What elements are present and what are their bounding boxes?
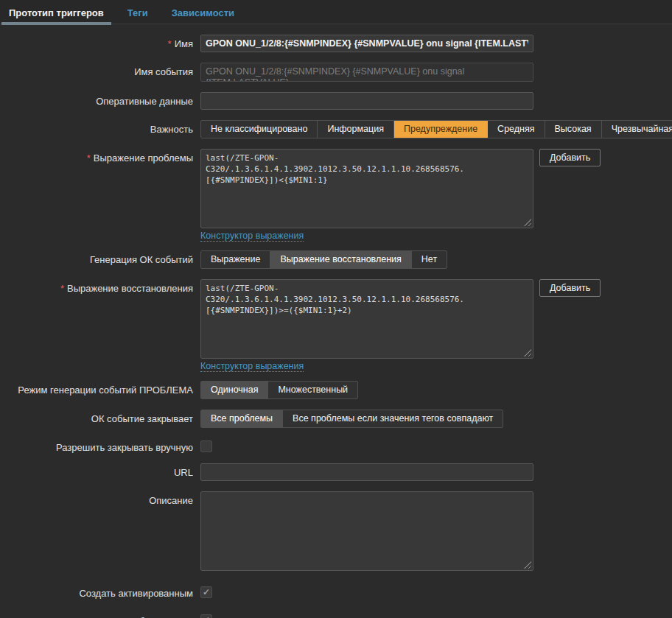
event-name-textarea: GPON ONU_1/2/8:{#SNMPINDEX} {#SNMPVALUE}… [200,63,533,82]
row-description: Описание [0,491,672,571]
severity-disaster[interactable]: Чрезвычайная [602,121,672,138]
description-textarea[interactable] [200,491,533,571]
row-allow-manual-close: Разрешить закрывать вручную [0,438,672,453]
tab-bar: Прототип триггеров Теги Зависимости [0,0,672,24]
closes-all-problems[interactable]: Все проблемы [201,410,283,427]
row-recovery-expression: *Выражение восстановления last(/ZTE-GPON… [0,279,672,372]
tab-tags-label: Теги [127,7,148,18]
ok-event-generation-label: Генерация ОК событий [0,250,200,265]
trigger-prototype-form: *Имя Имя события GPON ONU_1/2/8:{#SNMPIN… [0,24,672,618]
row-create-enabled: Создать активированным ✓ [0,584,672,599]
create-enabled-checkbox[interactable]: ✓ [200,586,212,598]
row-opdata: Оперативные данные [0,92,672,110]
row-problem-event-mode: Режим генерации событий ПРОБЛЕМА Одиночн… [0,381,672,399]
tab-trigger-prototype-label: Прототип триггеров [9,7,104,18]
problem-expression-textarea[interactable]: last(/ZTE-GPON-C320/.1.3.6.1.4.1.3902.10… [200,149,533,228]
ok-event-closes-group: Все проблемы Все проблемы если значения … [200,410,503,428]
closes-all-problems-if-tags-match[interactable]: Все проблемы если значения тегов совпада… [283,410,503,427]
opdata-label: Оперативные данные [0,92,200,107]
recovery-expression-textarea[interactable]: last(/ZTE-GPON-C320/.1.3.6.1.4.1.3902.10… [200,279,533,359]
problem-expression-label: *Выражение проблемы [0,149,200,164]
row-url: URL [0,463,672,481]
ok-gen-none[interactable]: Нет [412,251,447,268]
required-asterisk: * [168,38,172,49]
row-problem-expression: *Выражение проблемы last(/ZTE-GPON-C320/… [0,149,672,242]
severity-information[interactable]: Информация [318,121,394,138]
recovery-expression-label: *Выражение восстановления [0,279,200,294]
severity-high[interactable]: Высокая [545,121,602,138]
opdata-input[interactable] [200,92,533,110]
row-ok-event-closes: ОК событие закрывает Все проблемы Все пр… [0,410,672,428]
ok-gen-recovery-expression[interactable]: Выражение восстановления [270,251,411,268]
allow-manual-close-checkbox[interactable] [200,440,212,452]
event-mode-multiple[interactable]: Множественный [268,382,357,398]
checkmark-icon: ✓ [203,588,210,597]
discover-checkbox[interactable]: ✓ [200,614,212,618]
severity-group: Не классифицировано Информация Предупреж… [200,120,672,138]
row-discover: Обнаружение ✓ [0,612,672,618]
required-asterisk: * [60,283,64,294]
required-asterisk: * [87,152,91,164]
event-mode-single[interactable]: Одиночная [201,382,268,398]
name-label: *Имя [0,35,200,49]
problem-event-mode-group: Одиночная Множественный [200,381,358,399]
expression-constructor-link[interactable]: Конструктор выражения [200,231,304,242]
row-severity: Важность Не классифицировано Информация … [0,120,672,138]
allow-manual-close-label: Разрешить закрывать вручную [0,438,200,453]
recovery-constructor-link[interactable]: Конструктор выражения [200,361,304,372]
name-input[interactable] [200,35,533,52]
url-label: URL [0,463,200,478]
tab-tags[interactable]: Теги [120,1,155,24]
event-name-label: Имя события [0,63,200,77]
row-event-name: Имя события GPON ONU_1/2/8:{#SNMPINDEX} … [0,63,672,82]
create-enabled-label: Создать активированным [0,584,200,599]
tab-dependencies-label: Зависимости [172,7,234,18]
tab-dependencies[interactable]: Зависимости [164,1,242,24]
row-ok-event-generation: Генерация ОК событий Выражение Выражение… [0,250,672,269]
discover-label: Обнаружение [0,612,200,618]
problem-expression-add-button[interactable]: Добавить [539,149,601,166]
tab-trigger-prototype[interactable]: Прототип триггеров [1,1,111,24]
severity-not-classified[interactable]: Не классифицировано [201,121,318,138]
severity-warning[interactable]: Предупреждение [394,121,488,138]
url-input[interactable] [200,463,533,481]
severity-average[interactable]: Средняя [488,121,545,138]
severity-label: Важность [0,120,200,135]
ok-gen-expression[interactable]: Выражение [201,251,270,268]
ok-event-closes-label: ОК событие закрывает [0,410,200,424]
problem-event-mode-label: Режим генерации событий ПРОБЛЕМА [0,381,200,396]
recovery-expression-add-button[interactable]: Добавить [539,279,601,297]
description-label: Описание [0,491,200,506]
row-name: *Имя [0,35,672,52]
ok-event-generation-group: Выражение Выражение восстановления Нет [200,250,447,269]
